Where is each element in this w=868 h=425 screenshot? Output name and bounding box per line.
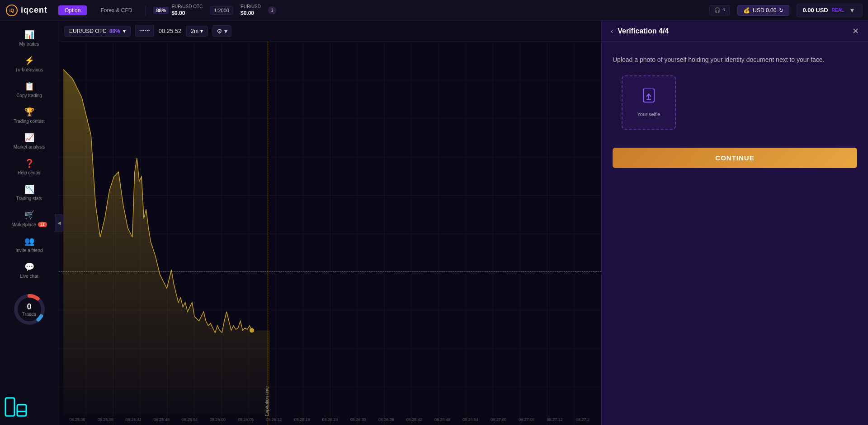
chart-indicator-button[interactable]: 〜〜	[135, 25, 154, 37]
sidebar-label-my-trades: My trades	[19, 42, 39, 47]
info-button[interactable]: ℹ	[268, 6, 276, 14]
copy-trading-icon: 📋	[24, 81, 34, 91]
trades-count: 0	[22, 302, 36, 312]
svg-rect-9	[5, 398, 14, 416]
time-tick-6: 08:26:00	[204, 417, 232, 422]
expiration-line	[268, 42, 268, 425]
sidebar-item-market-analysis[interactable]: 📈 Market analysis	[0, 129, 58, 153]
sidebar-label-invite-friend: Invite a friend	[15, 248, 42, 253]
chart-pair-label: EUR/USD OTC	[69, 28, 107, 34]
time-tick-8: 08:26:12	[260, 417, 288, 422]
sidebar-label-trading-stats: Trading stats	[16, 196, 42, 201]
usd-button[interactable]: 💰 USD 0.00 ↻	[737, 5, 789, 16]
logo-text: iqcent	[21, 5, 47, 15]
main-layout: 📊 My trades ⚡ TurboSavings 📋 Copy tradin…	[0, 21, 868, 425]
sidebar-item-help-center[interactable]: ❓ Help center	[0, 155, 58, 179]
time-axis: 08:25:30 08:25:36 08:25:42 08:25:48 08:2…	[59, 414, 601, 425]
sidebar-label-market-analysis: Market analysis	[14, 145, 45, 149]
time-tick-16: 08:27:00	[485, 417, 513, 422]
option-tab[interactable]: Option	[58, 5, 87, 15]
sidebar-item-live-chat[interactable]: 💬 Live chat	[0, 258, 58, 282]
support-label: ?	[722, 8, 725, 13]
trading-contest-icon: 🏆	[24, 107, 34, 117]
verification-panel: ‹ Verification 4/4 ✕ Upload a photo of y…	[601, 21, 868, 425]
nav-divider-1	[146, 5, 146, 16]
chart-pair-selector[interactable]: EUR/USD OTC 88% ▾	[64, 26, 131, 37]
donut-chart: 0 Trades	[11, 291, 47, 327]
continue-button[interactable]: CONTINUE	[613, 148, 857, 168]
time-tick-2: 08:25:36	[91, 417, 119, 422]
usd-label: USD 0.00	[753, 7, 776, 14]
turbo-savings-icon: ⚡	[24, 56, 34, 65]
chart-toolbar: EUR/USD OTC 88% ▾ 〜〜 08:25:52 2m ▾ ⚙ ▾	[59, 21, 601, 42]
live-chat-icon: 💬	[24, 262, 34, 272]
pair-label: EUR/USD OTC	[171, 4, 203, 9]
time-tick-7: 08:26:06	[232, 417, 260, 422]
time-tick-4: 08:25:48	[147, 417, 175, 422]
chart-settings-button[interactable]: ⚙ ▾	[212, 25, 231, 37]
chart-area: EUR/USD OTC 88% ▾ 〜〜 08:25:52 2m ▾ ⚙ ▾	[59, 21, 601, 425]
nav-pair-2: EUR/USD $0.00	[241, 4, 261, 16]
real-badge: REAL	[832, 8, 844, 13]
pair-price: $0.00	[171, 10, 203, 16]
sidebar-item-marketplace[interactable]: 🛒 Marketplace 11	[0, 206, 58, 231]
support-button[interactable]: 🎧 ?	[709, 5, 730, 15]
balance-value: 0.00 USD	[802, 7, 828, 14]
sidebar-item-invite-friend[interactable]: 👥 Invite a friend	[0, 233, 58, 257]
time-tick-17: 08:27:06	[513, 417, 541, 422]
chart-interval-selector[interactable]: 2m ▾	[186, 26, 208, 37]
selfie-upload-icon	[642, 89, 656, 108]
interval-dropdown-icon: ▾	[200, 28, 203, 34]
sidebar-item-trading-stats[interactable]: 📉 Trading stats	[0, 181, 58, 205]
sidebar-collapse-button[interactable]: ◀	[55, 214, 64, 232]
time-tick-11: 08:26:30	[344, 417, 372, 422]
price-line	[59, 271, 601, 272]
panel-close-button[interactable]: ✕	[852, 26, 859, 36]
indicator-icon: 〜〜	[139, 28, 150, 34]
pair2-label: EUR/USD	[241, 4, 261, 9]
support-icon: 🎧	[714, 7, 721, 13]
chart-time-display: 08:25:52	[159, 28, 182, 34]
time-tick-5: 08:25:54	[175, 417, 203, 422]
time-tick-9: 08:26:18	[288, 417, 316, 422]
sidebar-item-copy-trading[interactable]: 📋 Copy trading	[0, 78, 58, 102]
invite-friend-icon: 👥	[24, 236, 34, 246]
sidebar-label-marketplace: Marketplace	[11, 222, 36, 227]
sidebar-label-trading-contest: Trading contest	[14, 119, 45, 124]
time-tick-15: 08:26:54	[457, 417, 485, 422]
sidebar-label-help-center: Help center	[18, 170, 41, 175]
selfie-upload-label: Your selfie	[637, 112, 660, 117]
donut-label: 0 Trades	[22, 302, 36, 317]
forex-tab[interactable]: Forex & CFD	[94, 5, 138, 15]
panel-body: Upload a photo of yourself holding your …	[602, 42, 868, 425]
expiration-label: Expiration time	[264, 386, 269, 416]
time-tick-13: 08:26:42	[400, 417, 428, 422]
panel-header: ‹ Verification 4/4 ✕	[602, 21, 868, 42]
nav-pair-1: EUR/USD OTC $0.00	[171, 4, 203, 16]
panel-back-button[interactable]: ‹	[611, 27, 613, 35]
my-trades-icon: 📊	[24, 30, 34, 40]
sidebar-item-trading-contest[interactable]: 🏆 Trading contest	[0, 103, 58, 127]
marketplace-row: Marketplace 11	[11, 222, 47, 227]
sidebar-label-turbo-savings: TurboSavings	[15, 67, 43, 72]
time-tick-10: 08:26:24	[316, 417, 344, 422]
time-tick-14: 08:26:48	[428, 417, 456, 422]
sidebar-item-my-trades[interactable]: 📊 My trades	[0, 26, 58, 50]
chart-canvas: Expiration time 08:25:30 08:25:36 08:25:…	[59, 42, 601, 425]
svg-text:iQ: iQ	[9, 8, 14, 13]
sidebar-label-live-chat: Live chat	[20, 274, 38, 279]
balance-dropdown-icon[interactable]: ▾	[848, 6, 857, 15]
chart-pair-pct: 88%	[109, 28, 120, 34]
selfie-upload-area[interactable]: Your selfie	[622, 75, 676, 130]
balance-container[interactable]: 0.00 USD REAL ▾	[797, 4, 863, 17]
time-tick-12: 08:26:36	[372, 417, 400, 422]
pair-info: 88% EUR/USD OTC $0.00	[153, 4, 203, 16]
trades-donut: 0 Trades	[11, 291, 47, 327]
sidebar-item-turbo-savings[interactable]: ⚡ TurboSavings	[0, 52, 58, 76]
pair-pct-badge: 88%	[153, 7, 169, 14]
leverage-selector[interactable]: 1:2000	[210, 6, 233, 15]
usd-refresh-icon: ↻	[779, 7, 783, 14]
trading-stats-icon: 📉	[24, 184, 34, 194]
sidebar-label-copy-trading: Copy trading	[16, 93, 42, 98]
pair2-price: $0.00	[241, 10, 261, 16]
